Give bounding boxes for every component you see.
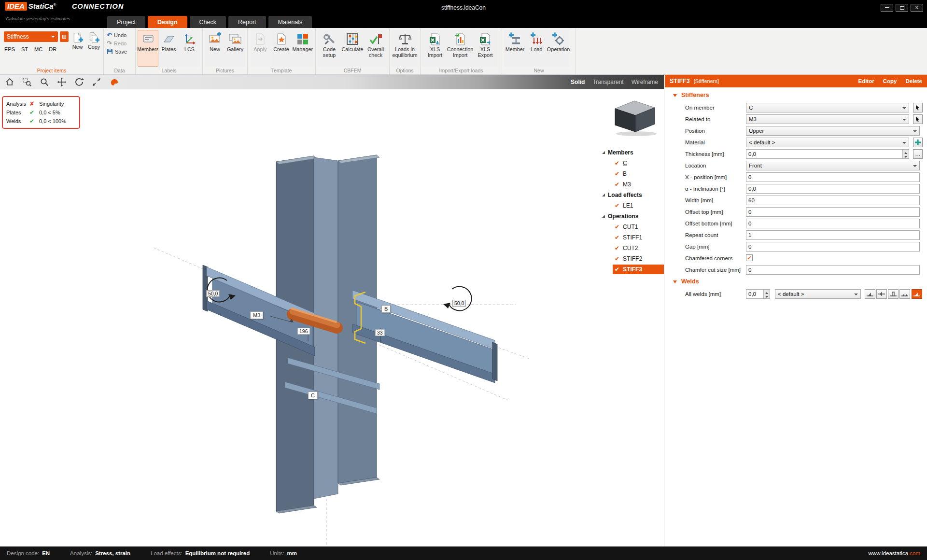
delete-operation-button[interactable]: Delete — [905, 78, 922, 84]
undo-button[interactable]: ↶Undo — [107, 31, 126, 39]
zoom-window-button[interactable] — [22, 77, 32, 87]
step-down-icon[interactable] — [764, 294, 770, 298]
connection-import-button[interactable]: Connection Import — [448, 30, 473, 67]
orientation-cube[interactable] — [609, 97, 660, 137]
xls-import-button[interactable]: XLS Import — [422, 30, 448, 67]
tree-item-stiff3-selected[interactable]: ✔STIFF3 — [613, 265, 664, 274]
home-view-button[interactable] — [5, 77, 14, 87]
labels-plates-toggle[interactable]: Plates — [158, 30, 179, 67]
width-input[interactable] — [746, 196, 920, 205]
tab-design[interactable]: Design — [148, 16, 187, 28]
tab-check[interactable]: Check — [190, 16, 226, 28]
x-position-input[interactable] — [746, 172, 920, 182]
chamfered-corners-checkbox[interactable]: ✔ — [746, 254, 753, 261]
labels-members-toggle[interactable]: Members — [138, 30, 158, 67]
project-item-swatch-button[interactable] — [60, 31, 69, 42]
tree-header-operations[interactable]: Operations — [600, 211, 664, 222]
weld-type-intermittent-button[interactable] — [899, 289, 910, 299]
gap-input[interactable] — [746, 242, 920, 252]
pick-member-button[interactable] — [913, 103, 923, 112]
tab-materials[interactable]: Materials — [268, 16, 312, 28]
add-material-button[interactable] — [913, 138, 923, 147]
new-operation-button[interactable]: Operation — [548, 30, 569, 67]
tree-item-member-c[interactable]: ✔C — [600, 158, 664, 168]
viewport-3d[interactable]: Solid Transparent Wireframe Analysis ✘ S… — [0, 75, 664, 546]
loads-in-equilibrium-toggle[interactable]: Loads in equilibrium — [392, 30, 418, 67]
redo-button[interactable]: ↷Redo — [107, 39, 126, 47]
tab-report[interactable]: Report — [228, 16, 266, 28]
on-member-select[interactable]: C — [746, 103, 909, 112]
member-label-m3[interactable]: M3 — [250, 311, 263, 319]
all-welds-stepper[interactable] — [763, 290, 770, 298]
copy-project-item-button[interactable]: Copy — [86, 30, 102, 67]
code-setup-button[interactable]: Code setup — [318, 30, 341, 67]
position-select[interactable]: Upper — [746, 126, 920, 136]
thickness-more-button[interactable]: … — [913, 149, 923, 159]
tree-header-members[interactable]: Members — [600, 147, 664, 158]
maximize-button[interactable] — [896, 4, 908, 12]
close-button[interactable]: × — [911, 4, 923, 12]
related-to-select[interactable]: M3 — [746, 114, 909, 124]
step-down-icon[interactable] — [903, 154, 909, 158]
location-select[interactable]: Front — [746, 161, 920, 170]
template-create-button[interactable]: Create — [271, 30, 292, 67]
member-label-b[interactable]: B — [381, 305, 391, 313]
tree-item-stiff1[interactable]: ✔STIFF1 — [600, 232, 664, 243]
view-mode-wireframe[interactable]: Wireframe — [632, 79, 658, 85]
copy-operation-button[interactable]: Copy — [883, 78, 897, 84]
editor-button[interactable]: Editor — [858, 78, 874, 84]
material-select[interactable]: < default > — [746, 138, 909, 147]
overall-check-button[interactable]: Overall check — [364, 30, 387, 67]
new-load-button[interactable]: Load — [526, 30, 548, 67]
weld-type-fillet-button[interactable] — [865, 289, 875, 299]
mode-st[interactable]: ST — [21, 46, 28, 52]
step-up-icon[interactable] — [903, 150, 909, 154]
rotate-view-button[interactable] — [74, 77, 84, 87]
member-label-c[interactable]: C — [308, 392, 318, 399]
pick-member-button[interactable] — [913, 114, 923, 124]
minimize-button[interactable] — [881, 4, 893, 12]
repeat-count-input[interactable] — [746, 230, 920, 240]
thickness-input[interactable] — [746, 149, 909, 159]
tree-item-le1[interactable]: ✔LE1 — [600, 200, 664, 211]
picture-new-button[interactable]: New — [205, 30, 225, 67]
weld-type-butt-button[interactable] — [888, 289, 899, 299]
mode-dr[interactable]: DR — [49, 46, 56, 52]
weld-material-select[interactable]: < default > — [775, 289, 861, 299]
connection-3d-model[interactable] — [0, 89, 664, 546]
zoom-fit-button[interactable] — [92, 77, 101, 87]
picture-gallery-button[interactable]: Gallery — [225, 30, 245, 67]
step-up-icon[interactable] — [764, 290, 770, 294]
weld-type-both-sides-button[interactable] — [876, 289, 887, 299]
view-mode-transparent[interactable]: Transparent — [592, 79, 623, 85]
section-stiffeners[interactable]: Stiffeners — [665, 89, 927, 102]
pan-button[interactable] — [57, 77, 67, 87]
tree-header-load-effects[interactable]: Load effects — [600, 190, 664, 200]
chamfer-cut-size-input[interactable] — [746, 265, 920, 275]
website-link[interactable]: www.ideastatica.com — [869, 550, 920, 556]
new-member-button[interactable]: Member — [504, 30, 526, 67]
mode-eps[interactable]: EPS — [4, 46, 15, 52]
calculate-button[interactable]: Calculate — [341, 30, 364, 67]
tree-item-stiff2[interactable]: ✔STIFF2 — [600, 253, 664, 264]
labels-lcs-toggle[interactable]: LCS — [179, 30, 200, 67]
offset-bottom-input[interactable] — [746, 219, 920, 228]
zoom-button[interactable] — [40, 77, 49, 87]
thickness-stepper[interactable] — [902, 150, 909, 158]
results-paint-toggle[interactable] — [109, 77, 119, 87]
weld-type-selected-button[interactable] — [912, 289, 922, 299]
tab-project[interactable]: Project — [107, 16, 145, 28]
offset-top-input[interactable] — [746, 207, 920, 217]
tree-item-cut2[interactable]: ✔CUT2 — [600, 243, 664, 253]
view-mode-solid[interactable]: Solid — [571, 79, 585, 85]
new-project-item-button[interactable]: New — [70, 30, 85, 67]
tree-item-cut1[interactable]: ✔CUT1 — [600, 222, 664, 232]
section-welds[interactable]: Welds — [665, 276, 927, 288]
tree-item-member-b[interactable]: ✔B — [600, 168, 664, 179]
xls-export-button[interactable]: XLS Export — [473, 30, 498, 67]
tree-item-member-m3[interactable]: ✔M3 — [600, 179, 664, 190]
template-apply-button[interactable]: Apply — [250, 30, 271, 67]
inclination-input[interactable] — [746, 184, 920, 194]
mode-mc[interactable]: MC — [34, 46, 42, 52]
project-item-type-select[interactable]: Stiffness — [4, 31, 58, 42]
